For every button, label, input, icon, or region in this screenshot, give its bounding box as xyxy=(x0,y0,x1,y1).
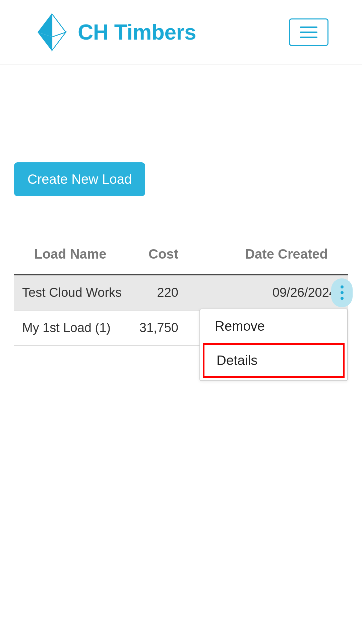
main-content: Create New Load Load Name Cost Date Crea… xyxy=(0,65,362,346)
context-menu: Remove Details xyxy=(199,309,348,381)
cell-load-name: Test Cloud Works xyxy=(14,285,128,300)
table-header-row: Load Name Cost Date Created xyxy=(14,247,348,275)
brand-name: CH Timbers xyxy=(78,20,196,45)
cell-date: 09/26/2024 xyxy=(205,285,348,300)
column-header-date: Date Created xyxy=(205,247,348,262)
table-row[interactable]: Test Cloud Works 220 09/26/2024 Remove D… xyxy=(14,275,348,311)
hamburger-icon xyxy=(300,37,317,38)
logo-icon xyxy=(34,12,70,52)
menu-item-details[interactable]: Details xyxy=(203,343,345,378)
row-actions-button[interactable] xyxy=(331,278,353,307)
column-header-cost: Cost xyxy=(128,247,205,262)
more-vertical-icon xyxy=(341,285,344,288)
app-header: CH Timbers xyxy=(0,0,362,65)
loads-table: Load Name Cost Date Created Test Cloud W… xyxy=(14,247,348,346)
cell-load-name: My 1st Load (1) xyxy=(14,321,128,335)
hamburger-icon xyxy=(300,26,317,28)
cell-cost: 220 xyxy=(128,285,205,300)
column-header-name: Load Name xyxy=(14,247,128,262)
more-vertical-icon xyxy=(341,291,344,294)
cell-cost: 31,750 xyxy=(128,321,205,335)
create-new-load-button[interactable]: Create New Load xyxy=(14,162,145,196)
menu-button[interactable] xyxy=(289,18,328,46)
brand[interactable]: CH Timbers xyxy=(34,12,196,52)
hamburger-icon xyxy=(300,32,317,33)
more-vertical-icon xyxy=(341,297,344,300)
menu-item-remove[interactable]: Remove xyxy=(200,309,347,343)
